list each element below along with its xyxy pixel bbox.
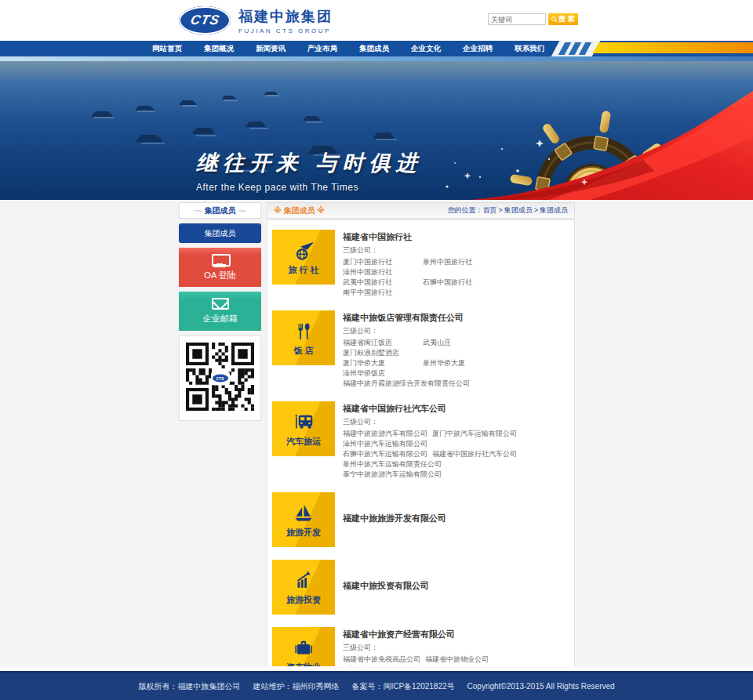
logo[interactable]: CTS 福建中旅集团 FUJIAN CTS GROUP (179, 6, 333, 34)
category-label: 汽车旅运 (286, 436, 321, 448)
company-line: 泰宁中旅旅游汽车运输有限公司 (343, 470, 569, 480)
search-input[interactable] (488, 13, 546, 25)
search-icon (551, 16, 557, 22)
bus-icon (290, 411, 317, 434)
breadcrumb-members[interactable]: 集团成员 (504, 206, 533, 214)
member-category-tile[interactable]: 饭 店 (272, 310, 335, 365)
mail-icon (212, 298, 229, 310)
company-item: 厦门中旅汽车运输有限公司 (432, 429, 517, 439)
company-item: 漳州华侨饭店 (343, 368, 418, 379)
company-item: 厦门中国旅行社 (343, 257, 418, 267)
company-item: 福建省中旅物业公司 (425, 655, 500, 665)
sidebar: 集团成员 集团成员 OA 登陆 企业邮箱 CTS (179, 202, 261, 700)
member-company-title: 福建省中国旅行社汽车公司 (343, 403, 569, 415)
member-block: 旅游开发 福建中旅旅游开发有限公司 (272, 492, 569, 547)
nav-item-home[interactable]: 网站首页 (141, 41, 193, 56)
member-category-tile[interactable]: 汽车旅运 (272, 401, 335, 456)
company-item: 泉州中国旅行社 (423, 257, 498, 267)
member-sub-label: 三级公司： (343, 326, 569, 336)
oa-login-button[interactable]: OA 登陆 (179, 248, 261, 287)
member-sub-label: 三级公司： (343, 643, 569, 653)
category-label: 旅游投资 (286, 594, 321, 606)
company-item: 厦门鼓浪别墅酒店 (343, 348, 418, 358)
company-line: 石狮中旅汽车运输有限公司福建省中国旅行社汽车公司泉州中旅汽车运输有限责任公司 (343, 449, 569, 470)
member-category-tile[interactable]: 旅游投资 (272, 560, 335, 615)
nav-orange-bar-decoration (592, 42, 753, 53)
breadcrumb-current[interactable]: 集团成员 (540, 206, 568, 214)
footer: 版权所有：福建中旅集团公司 建站维护：福州印秀网络 备案号：闽ICP备12021… (0, 671, 753, 700)
enterprise-mail-label: 企业邮箱 (203, 313, 238, 325)
footer-icp-number: 备案号：闽ICP备12021822号 (351, 681, 454, 692)
member-category-tile[interactable]: 旅 行 社 (272, 230, 335, 285)
enterprise-mail-button[interactable]: 企业邮箱 (179, 292, 261, 331)
company-line: 福建中旅旅游汽车有限公司厦门中旅汽车运输有限公司漳州中旅汽车运输有限公司 (343, 429, 569, 449)
footer-copyright-owner: 版权所有：福建中旅集团公司 (138, 681, 240, 692)
sidebar-item-members[interactable]: 集团成员 (179, 223, 261, 243)
member-block: 旅 行 社 福建省中国旅行社 三级公司： 厦门中国旅行社泉州中国旅行社漳州中国旅… (272, 230, 569, 298)
member-company-title: 福建中旅旅游开发有限公司 (343, 513, 569, 524)
member-company-title: 福建中旅饭店管理有限责任公司 (343, 312, 569, 324)
company-line: 厦门华侨大厦泉州华侨大厦漳州华侨饭店 (343, 358, 569, 379)
member-company-title: 福建省中旅资产经营有限公司 (343, 629, 569, 640)
search-button-label: 搜 索 (558, 14, 575, 24)
company-item: 石狮中旅汽车运输有限公司 (343, 449, 427, 459)
company-line: 厦门中国旅行社泉州中国旅行社漳州中国旅行社 (343, 257, 569, 277)
sailboat-icon (290, 502, 317, 525)
banner-slogan-en: After the Keep pace with The Times (196, 182, 422, 193)
company-item: 漳州中旅汽车运输有限公司 (343, 439, 427, 449)
company-item: 泰宁中旅旅游汽车运输有限公司 (343, 470, 442, 480)
qr-code: CTS (179, 335, 261, 421)
content-area: 集团成员 集团成员 OA 登陆 企业邮箱 CTS ※ 集团成员 ※ 您的位置：首… (179, 202, 575, 700)
footer-maintainer: 建站维护：福州印秀网络 (253, 681, 339, 692)
company-line: 福建中旅丹霞旅游综合开发有限责任公司 (343, 379, 569, 389)
nav-item-culture[interactable]: 企业文化 (400, 41, 452, 56)
member-sub-label: 三级公司： (343, 245, 569, 256)
member-list: 旅 行 社 福建省中国旅行社 三级公司： 厦门中国旅行社泉州中国旅行社漳州中国旅… (267, 219, 575, 700)
company-item: 石狮中国旅行社 (423, 277, 498, 288)
footer-copyright-years: Copyright©2013-2015 All Rights Reserved (467, 682, 615, 691)
member-block-text: 福建省中国旅行社 三级公司： 厦门中国旅行社泉州中国旅行社漳州中国旅行社武夷中国… (343, 230, 569, 298)
main-nav: 网站首页 集团概况 新闻资讯 产业布局 集团成员 企业文化 企业招聘 联系我们 (0, 41, 753, 56)
logo-title: 福建中旅集团 (238, 7, 333, 26)
main-titlebar: ※ 集团成员 ※ 您的位置：首页>集团成员>集团成员 (267, 202, 575, 219)
member-block: 饭 店 福建中旅饭店管理有限责任公司 三级公司： 福建省闽江饭店武夷山庄厦门鼓浪… (272, 310, 569, 389)
breadcrumb-home[interactable]: 首页 (482, 206, 497, 214)
company-line: 福建省闽江饭店武夷山庄厦门鼓浪别墅酒店 (343, 338, 569, 358)
banner-slogan-cn: 继往开来 与时俱进 (196, 149, 422, 177)
category-label: 旅游开发 (286, 527, 321, 539)
page-title: ※ 集团成员 ※ (274, 205, 325, 216)
briefcase-icon (290, 637, 317, 660)
member-company-lines: 厦门中国旅行社泉州中国旅行社漳州中国旅行社武夷中国旅行社石狮中国旅行社南平中国旅… (343, 257, 569, 298)
member-category-tile[interactable]: 旅游开发 (272, 492, 335, 547)
logo-subtitle: FUJIAN CTS GROUP (238, 27, 333, 34)
chart-icon (290, 569, 317, 593)
sidebar-header: 集团成员 (179, 202, 261, 219)
page: CTS 福建中旅集团 FUJIAN CTS GROUP 搜 索 网站首页 集团概… (0, 0, 753, 700)
company-line: 武夷中国旅行社石狮中国旅行社南平中国旅行社 (343, 277, 569, 298)
oa-login-label: OA 登陆 (204, 270, 235, 281)
nav-item-jobs[interactable]: 企业招聘 (452, 41, 504, 56)
travel-icon (290, 239, 317, 263)
company-item: 福建中旅丹霞旅游综合开发有限责任公司 (343, 379, 470, 389)
company-item: 南平中国旅行社 (343, 288, 418, 298)
header: CTS 福建中旅集团 FUJIAN CTS GROUP 搜 索 (0, 0, 753, 41)
nav-item-overview[interactable]: 集团概况 (193, 41, 245, 56)
restaurant-icon (290, 320, 317, 343)
member-company-title: 福建省中国旅行社 (343, 231, 569, 243)
company-item: 泉州中旅汽车运输有限责任公司 (343, 459, 442, 470)
nav-item-news[interactable]: 新闻资讯 (245, 41, 296, 56)
logo-monogram: CTS (188, 13, 220, 28)
search-button[interactable]: 搜 索 (548, 13, 578, 25)
member-company-title: 福建中旅投资有限公司 (343, 580, 569, 592)
member-block-text: 福建省中国旅行社汽车公司 三级公司： 福建中旅旅游汽车有限公司厦门中旅汽车运输有… (343, 401, 569, 480)
member-block-text: 福建中旅旅游开发有限公司 (343, 492, 569, 547)
search-bar: 搜 索 (488, 13, 578, 25)
nav-item-members[interactable]: 集团成员 (348, 41, 400, 56)
nav-item-industry[interactable]: 产业布局 (296, 41, 348, 56)
company-item: 厦门华侨大厦 (343, 358, 418, 368)
hero-banner: 继往开来 与时俱进 After the Keep pace with The T… (0, 61, 753, 200)
company-item: 福建中旅旅游汽车有限公司 (343, 429, 427, 439)
member-block-text: 福建中旅饭店管理有限责任公司 三级公司： 福建省闽江饭店武夷山庄厦门鼓浪别墅酒店… (343, 310, 569, 389)
member-block-text: 福建中旅投资有限公司 (343, 560, 569, 615)
nav-item-contact[interactable]: 联系我们 (504, 41, 555, 56)
